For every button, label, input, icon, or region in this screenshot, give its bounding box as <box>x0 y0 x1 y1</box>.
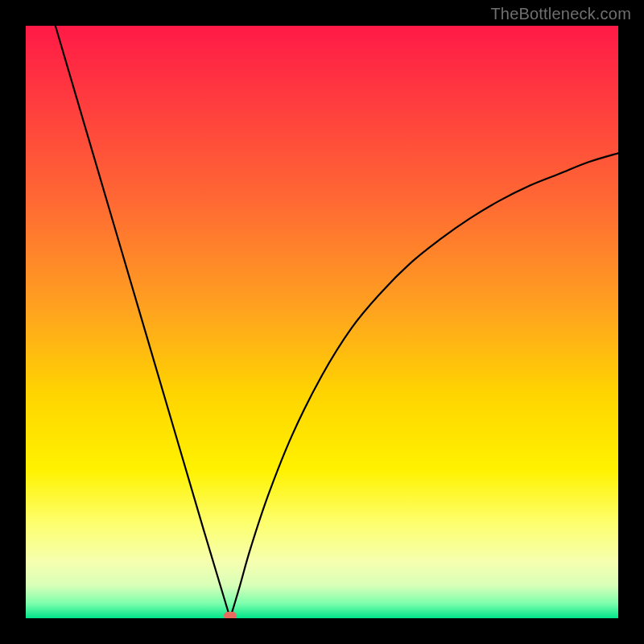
chart-frame: TheBottleneck.com <box>0 0 644 644</box>
watermark-text: TheBottleneck.com <box>490 5 631 23</box>
curve-path <box>56 26 618 618</box>
plot-area <box>26 26 618 618</box>
minimum-marker <box>224 612 237 618</box>
bottleneck-curve <box>26 26 618 618</box>
